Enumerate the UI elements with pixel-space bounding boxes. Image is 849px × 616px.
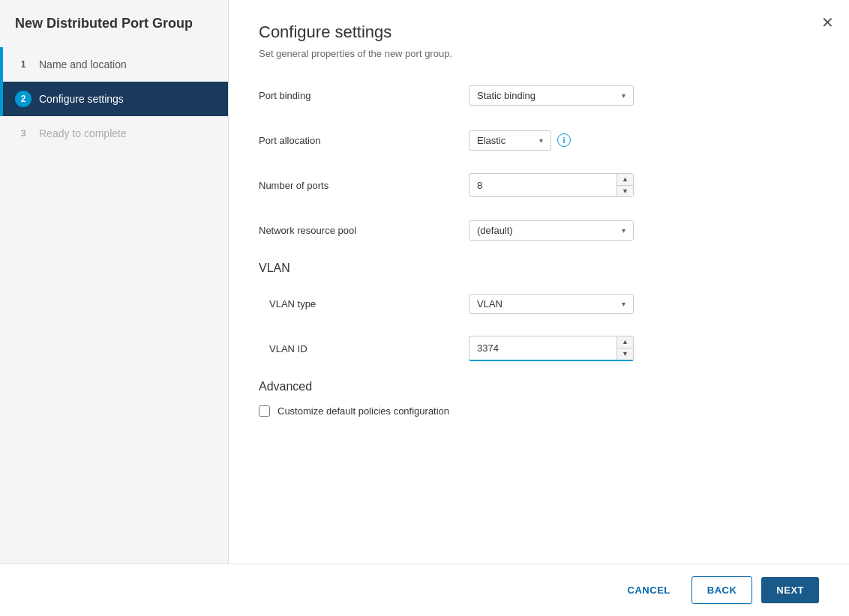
network-resource-pool-label: Network resource pool <box>259 225 469 236</box>
form-section: Port binding Static binding ▾ Port alloc… <box>259 82 819 541</box>
vlan-id-row: VLAN ID ▲ ▼ <box>259 335 819 362</box>
info-icon[interactable]: i <box>557 133 571 147</box>
port-binding-control: Static binding ▾ <box>469 85 634 106</box>
vlan-section: VLAN VLAN type VLAN ▾ VLAN ID <box>259 262 819 362</box>
spinner-buttons: ▲ ▼ <box>616 174 633 197</box>
number-of-ports-row: Number of ports ▲ ▼ <box>259 172 819 199</box>
step-number-3: 3 <box>15 125 32 142</box>
port-binding-value: Static binding <box>477 90 536 101</box>
vlan-id-label: VLAN ID <box>259 343 469 354</box>
next-button[interactable]: NEXT <box>761 577 819 603</box>
vlan-type-select[interactable]: VLAN ▾ <box>469 294 634 314</box>
vlan-id-spinner-down-button[interactable]: ▼ <box>617 348 633 360</box>
port-allocation-row: Port allocation Elastic ▾ i <box>259 127 819 154</box>
network-resource-pool-row: Network resource pool (default) ▾ <box>259 217 819 244</box>
vlan-heading: VLAN <box>259 262 819 275</box>
advanced-heading: Advanced <box>259 380 819 393</box>
port-allocation-select[interactable]: Elastic ▾ <box>469 130 551 151</box>
sidebar-step-label-1: Name and location <box>39 58 127 70</box>
vlan-type-control: VLAN ▾ <box>469 294 634 314</box>
back-button[interactable]: BACK <box>692 576 753 604</box>
sidebar: New Distributed Port Group 1 Name and lo… <box>0 0 229 564</box>
number-of-ports-label: Number of ports <box>259 180 469 191</box>
step-number-2: 2 <box>15 91 32 107</box>
main-content: ✕ Configure settings Set general propert… <box>229 0 849 564</box>
vlan-id-wrapper: ▲ ▼ <box>469 336 634 361</box>
advanced-section: Advanced Customize default policies conf… <box>259 380 819 417</box>
page-subtitle: Set general properties of the new port g… <box>259 48 819 59</box>
sidebar-step-1[interactable]: 1 Name and location <box>0 47 228 82</box>
port-binding-row: Port binding Static binding ▾ <box>259 82 819 109</box>
page-title: Configure settings <box>259 22 819 42</box>
port-allocation-label: Port allocation <box>259 135 469 146</box>
vlan-type-row: VLAN type VLAN ▾ <box>259 290 819 317</box>
modal-footer: CANCEL BACK NEXT <box>0 564 849 616</box>
number-of-ports-wrapper: ▲ ▼ <box>469 173 634 198</box>
modal: New Distributed Port Group 1 Name and lo… <box>0 0 849 616</box>
sidebar-step-label-3: Ready to complete <box>39 127 127 139</box>
sidebar-step-2[interactable]: 2 Configure settings <box>0 82 228 116</box>
sidebar-step-3: 3 Ready to complete <box>0 116 228 151</box>
step-number-1: 1 <box>15 56 32 73</box>
network-resource-pool-select[interactable]: (default) ▾ <box>469 220 634 241</box>
vlan-id-spinner-up-button[interactable]: ▲ <box>617 336 633 348</box>
vlan-type-label: VLAN type <box>259 298 469 309</box>
vlan-id-spinner-buttons: ▲ ▼ <box>616 336 633 360</box>
vlan-type-value: VLAN <box>477 298 502 309</box>
network-resource-pool-control: (default) ▾ <box>469 220 634 241</box>
customize-policies-checkbox[interactable] <box>259 405 270 417</box>
spinner-up-button[interactable]: ▲ <box>617 174 633 186</box>
customize-policies-label: Customize default policies configuration <box>278 405 449 417</box>
modal-body: New Distributed Port Group 1 Name and lo… <box>0 0 849 564</box>
port-allocation-control: Elastic ▾ i <box>469 130 634 151</box>
close-button[interactable]: ✕ <box>821 15 834 30</box>
vlan-id-control: ▲ ▼ <box>469 336 634 361</box>
sidebar-title: New Distributed Port Group <box>0 15 228 47</box>
chevron-down-icon-2: ▾ <box>539 136 543 145</box>
spinner-down-button[interactable]: ▼ <box>617 186 633 197</box>
checkbox-row: Customize default policies configuration <box>259 405 819 417</box>
chevron-down-icon: ▾ <box>622 91 626 100</box>
cancel-button[interactable]: CANCEL <box>616 577 682 603</box>
chevron-down-icon-3: ▾ <box>622 226 626 235</box>
port-binding-label: Port binding <box>259 90 469 101</box>
number-of-ports-control: ▲ ▼ <box>469 173 634 198</box>
chevron-down-icon-4: ▾ <box>622 300 626 308</box>
vlan-id-input[interactable] <box>470 339 616 357</box>
network-resource-pool-value: (default) <box>477 225 513 236</box>
port-allocation-value: Elastic <box>477 135 506 146</box>
port-binding-select[interactable]: Static binding ▾ <box>469 85 634 106</box>
number-of-ports-input[interactable] <box>470 176 616 195</box>
close-icon: ✕ <box>821 14 834 31</box>
sidebar-step-label-2: Configure settings <box>39 93 124 105</box>
